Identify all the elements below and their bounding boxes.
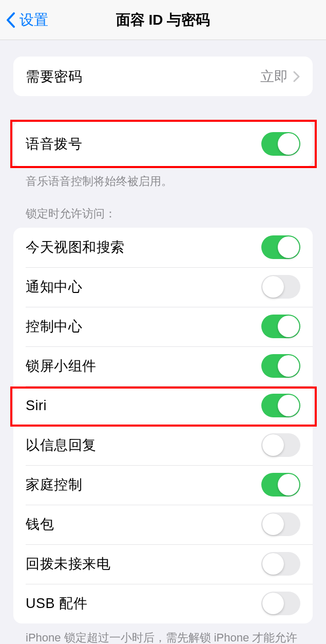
lock-access-label: 钱包 <box>26 515 54 533</box>
lock-access-cell: 钱包 <box>13 505 313 544</box>
lock-access-label: 家庭控制 <box>26 475 82 494</box>
lock-access-cell: 控制中心 <box>13 307 313 346</box>
lock-access-cell: 回拨未接来电 <box>13 544 313 584</box>
lock-access-toggle[interactable] <box>261 552 300 576</box>
lock-access-cell: 家庭控制 <box>13 465 313 505</box>
lock-access-label: Siri <box>26 398 47 414</box>
voice-dial-group: 语音拨号 <box>13 121 313 167</box>
lock-access-toggle[interactable] <box>261 315 300 338</box>
lock-access-toggle[interactable] <box>261 354 300 378</box>
lock-access-group: 今天视图和搜索通知中心控制中心锁屏小组件Siri以信息回复家庭控制钱包回拨未接来… <box>13 228 313 623</box>
lock-access-label: 以信息回复 <box>26 436 97 454</box>
lock-access-cell: 通知中心 <box>13 267 313 307</box>
lock-access-toggle[interactable] <box>261 394 300 417</box>
back-button[interactable]: 设置 <box>0 10 48 30</box>
page-title: 面容 ID 与密码 <box>0 10 326 30</box>
lock-access-cell: 今天视图和搜索 <box>13 228 313 267</box>
voice-dial-toggle[interactable] <box>261 132 300 156</box>
lock-access-toggle[interactable] <box>261 235 300 259</box>
lock-access-cell: Siri <box>13 386 313 426</box>
lock-access-cell: 以信息回复 <box>13 426 313 465</box>
lock-access-toggle[interactable] <box>261 512 300 536</box>
lock-access-footer: iPhone 锁定超过一小时后，需先解锁 iPhone 才能允许 USB 配件连… <box>0 623 326 644</box>
lock-access-header: 锁定时允许访问： <box>0 206 326 228</box>
lock-access-toggle[interactable] <box>261 473 300 496</box>
voice-dial-label: 语音拨号 <box>26 135 82 153</box>
lock-access-label: 通知中心 <box>26 278 82 296</box>
lock-access-cell: USB 配件 <box>13 584 313 623</box>
lock-access-toggle[interactable] <box>261 592 300 615</box>
voice-dial-cell: 语音拨号 <box>13 121 313 167</box>
lock-access-toggle[interactable] <box>261 433 300 457</box>
require-passcode-group: 需要密码 立即 <box>13 57 313 96</box>
require-passcode-value: 立即 <box>260 67 288 86</box>
require-passcode-label: 需要密码 <box>26 67 82 86</box>
lock-access-label: USB 配件 <box>26 594 87 613</box>
navigation-bar: 设置 面容 ID 与密码 <box>0 0 326 40</box>
chevron-left-icon <box>6 12 15 28</box>
lock-access-label: 锁屏小组件 <box>26 357 97 375</box>
lock-access-toggle[interactable] <box>261 275 300 299</box>
lock-access-label: 回拨未接来电 <box>26 555 110 573</box>
voice-dial-footer: 音乐语音控制将始终被启用。 <box>0 167 326 190</box>
back-label: 设置 <box>20 10 48 30</box>
require-passcode-cell[interactable]: 需要密码 立即 <box>13 57 313 96</box>
chevron-right-icon <box>293 71 300 82</box>
lock-access-label: 今天视图和搜索 <box>26 238 125 256</box>
lock-access-cell: 锁屏小组件 <box>13 346 313 386</box>
lock-access-label: 控制中心 <box>26 317 82 336</box>
